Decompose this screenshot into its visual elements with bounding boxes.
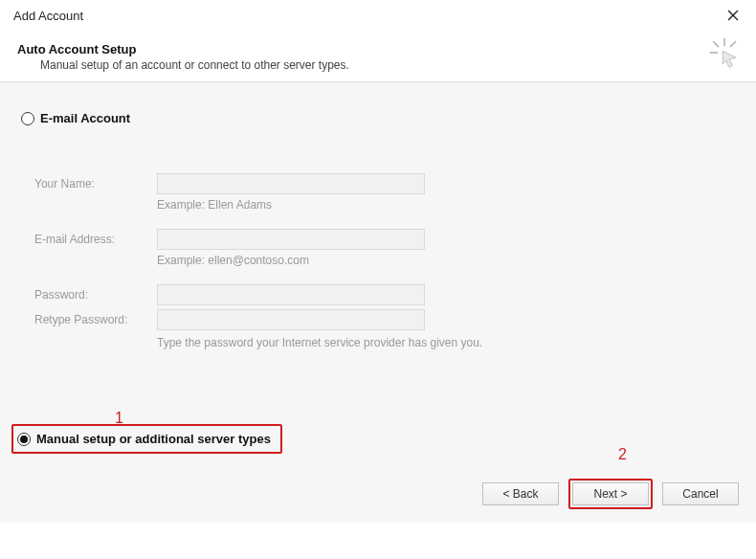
- back-button[interactable]: < Back: [482, 482, 559, 505]
- wizard-header: Auto Account Setup Manual setup of an ac…: [0, 31, 756, 82]
- radio-manual-setup-label: Manual setup or additional server types: [36, 432, 271, 446]
- radio-email-account[interactable]: E-mail Account: [21, 111, 739, 125]
- svg-line-4: [713, 41, 719, 47]
- manual-setup-highlight: Manual setup or additional server types: [11, 424, 282, 454]
- next-button-highlight: Next >: [568, 479, 653, 509]
- cursor-sparkle-icon: [708, 36, 741, 69]
- callout-number-2: 2: [618, 446, 627, 463]
- radio-email-account-label: E-mail Account: [40, 111, 130, 125]
- wizard-footer: < Back Next > Cancel: [482, 479, 739, 509]
- window-title: Add Account: [13, 9, 83, 23]
- title-bar: Add Account: [0, 0, 756, 31]
- email-account-fields: Your Name: Example: Ellen Adams E-mail A…: [34, 173, 739, 349]
- next-button[interactable]: Next >: [572, 482, 649, 505]
- wizard-body: E-mail Account Your Name: Example: Ellen…: [0, 82, 756, 523]
- radio-icon: [21, 112, 34, 125]
- wizard-heading: Auto Account Setup: [17, 42, 739, 56]
- your-name-input: [157, 173, 425, 194]
- radio-icon: [17, 433, 31, 446]
- your-name-label: Your Name:: [34, 177, 157, 190]
- email-example: Example: ellen@contoso.com: [157, 254, 739, 267]
- email-label: E-mail Address:: [34, 233, 157, 246]
- wizard-subheading: Manual setup of an account or connect to…: [40, 58, 739, 72]
- close-icon: [727, 10, 739, 21]
- radio-manual-setup[interactable]: Manual setup or additional server types: [11, 424, 282, 454]
- repassword-input: [157, 309, 425, 330]
- password-hint: Type the password your Internet service …: [157, 336, 739, 349]
- email-input: [157, 229, 425, 250]
- repassword-label: Retype Password:: [34, 313, 157, 326]
- close-button[interactable]: [720, 2, 746, 29]
- cancel-button[interactable]: Cancel: [662, 482, 739, 505]
- password-input: [157, 284, 425, 305]
- your-name-example: Example: Ellen Adams: [157, 198, 739, 212]
- svg-line-5: [730, 41, 736, 47]
- password-label: Password:: [34, 288, 157, 302]
